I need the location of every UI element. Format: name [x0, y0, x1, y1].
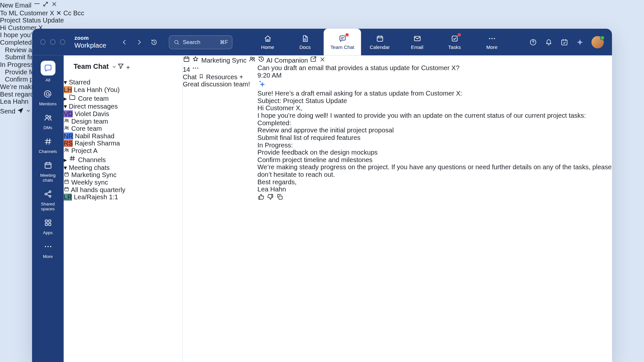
- list-item-design-team[interactable]: Design team: [64, 118, 182, 125]
- section-direct-messages[interactable]: ▾ Direct messages: [64, 102, 182, 110]
- home-icon: [264, 34, 272, 42]
- ai-history-icon[interactable]: [257, 55, 265, 63]
- close-icon[interactable]: [51, 1, 57, 8]
- thumbs-down-icon[interactable]: [267, 193, 274, 201]
- minimize-window-button[interactable]: [50, 39, 55, 45]
- send-button[interactable]: Send: [0, 108, 25, 115]
- search-icon: [173, 39, 180, 45]
- calendar-check-icon[interactable]: [560, 38, 569, 46]
- timestamp: 9:20 AM: [257, 72, 612, 79]
- list-item-violet-davis[interactable]: VD Violet Davis: [64, 110, 182, 118]
- ai-response-body: Sure! Here’s a draft email asking for a …: [257, 90, 612, 193]
- nav-home[interactable]: Home: [249, 29, 286, 55]
- meeting-chat-icon: [64, 179, 70, 186]
- rail-item-apps[interactable]: Apps: [42, 218, 53, 235]
- caret-down-icon[interactable]: ▾: [64, 79, 67, 85]
- tab-resources[interactable]: Resources: [199, 73, 239, 80]
- list-item-rajesh-sharma[interactable]: RS Rajesh Sharma: [64, 140, 182, 147]
- channel-more-icon[interactable]: [192, 64, 200, 72]
- caret-right-icon[interactable]: ▸: [64, 95, 67, 102]
- list-item-project-a[interactable]: Project A: [64, 147, 182, 155]
- section-core-team-folder[interactable]: ▸ Core team: [64, 94, 182, 103]
- new-chat-button[interactable]: +: [126, 64, 130, 71]
- message-bubble[interactable]: Great discussion team!: [183, 81, 250, 88]
- caret-down-icon[interactable]: ▾: [64, 164, 67, 171]
- email-icon: [413, 34, 421, 42]
- dms-icon: [42, 113, 53, 123]
- section-starred[interactable]: ▾ Starred: [64, 78, 182, 86]
- expand-icon[interactable]: [42, 1, 49, 8]
- list-item-lea-rajesh[interactable]: LR Lea/Rajesh 1:1: [64, 194, 182, 201]
- section-meeting-chats[interactable]: ▾ Meeting chats: [64, 164, 182, 172]
- history-button[interactable]: [148, 36, 160, 48]
- list-item-marketing-sync[interactable]: Marketing Sync: [64, 172, 182, 179]
- send-options-button[interactable]: [25, 108, 31, 115]
- tasks-icon: [450, 34, 459, 42]
- rail-item-all[interactable]: All: [40, 61, 55, 83]
- nav-team-chat[interactable]: Team Chat: [324, 29, 361, 55]
- nav-more[interactable]: More: [473, 29, 510, 55]
- thumbs-up-icon[interactable]: [257, 193, 265, 201]
- avatar: VD: [64, 110, 73, 117]
- notifications-icon[interactable]: [545, 38, 553, 46]
- ai-companion-icon[interactable]: [576, 38, 584, 46]
- chevron-down-icon[interactable]: [111, 64, 117, 70]
- recipient-row: To ML Customer X ✕ Cc Bcc: [0, 9, 644, 17]
- forward-button[interactable]: [134, 36, 145, 48]
- bcc-button[interactable]: Bcc: [73, 9, 84, 16]
- remove-recipient-icon[interactable]: ✕: [56, 9, 62, 16]
- list-item-weekly-sync[interactable]: Weekly sync: [64, 179, 182, 186]
- help-icon[interactable]: [529, 38, 537, 46]
- left-rail: All Mentions DMs Channels Meeting chats: [32, 55, 64, 362]
- fullscreen-window-button[interactable]: [60, 39, 65, 45]
- list-item-lea-hanh[interactable]: LH Lea Hanh (You): [64, 86, 182, 94]
- list-item-core-team[interactable]: Core team: [64, 125, 182, 133]
- copy-icon[interactable]: [276, 193, 283, 201]
- search-box[interactable]: ⌘F: [169, 35, 233, 49]
- to-label: To: [0, 9, 7, 16]
- caret-right-icon[interactable]: ▸: [64, 156, 67, 163]
- nav-tasks[interactable]: Tasks: [436, 29, 473, 55]
- section-channels[interactable]: ▸ Channels: [64, 155, 182, 164]
- open-external-icon[interactable]: [310, 55, 317, 63]
- meeting-chat-icon: [64, 172, 70, 178]
- chat-list-title[interactable]: Team Chat: [73, 63, 109, 71]
- star-icon[interactable]: [192, 55, 200, 63]
- filter-icon[interactable]: [117, 62, 124, 70]
- rail-item-shared-spaces[interactable]: Shared spaces: [35, 189, 61, 211]
- tab-add-button[interactable]: +: [239, 73, 243, 80]
- nav-calendar[interactable]: Calendar: [361, 29, 398, 55]
- minimize-icon[interactable]: [33, 0, 41, 8]
- zoom-workplace-window: zoom Workplace ⌘F Home Docs: [32, 29, 612, 362]
- rail-item-more[interactable]: More: [42, 241, 53, 259]
- close-window-button[interactable]: [40, 39, 45, 45]
- rail-item-meeting-chats[interactable]: Meeting chats: [35, 160, 61, 183]
- caret-down-icon[interactable]: ▾: [64, 103, 67, 110]
- channel-header: Marketing Sync 14: [183, 55, 258, 73]
- rail-item-dms[interactable]: DMs: [42, 113, 53, 130]
- mentions-icon: [42, 89, 53, 99]
- close-panel-icon[interactable]: [319, 56, 326, 63]
- list-item-all-hands[interactable]: All hands quarterly: [64, 186, 182, 194]
- chevron-right-icon: [136, 38, 143, 46]
- rail-more-icon: [42, 241, 53, 252]
- nav-docs[interactable]: Docs: [286, 29, 324, 55]
- folder-icon: [69, 95, 76, 102]
- nav-email[interactable]: Email: [398, 29, 436, 55]
- rail-item-mentions[interactable]: Mentions: [39, 89, 57, 106]
- subject-row[interactable]: Project Status Update: [0, 17, 644, 24]
- back-button[interactable]: [119, 36, 130, 48]
- ai-sparkle-icon: [257, 83, 266, 89]
- list-item-nabil-rashad[interactable]: NR Nabil Rashad: [64, 132, 182, 140]
- chat-list-header: Team Chat +: [64, 55, 182, 78]
- recipient-chip[interactable]: ML Customer X ✕: [9, 9, 63, 16]
- rail-item-channels[interactable]: Channels: [39, 136, 57, 154]
- profile-avatar[interactable]: [591, 36, 604, 48]
- search-input[interactable]: [183, 39, 217, 45]
- cc-button[interactable]: Cc: [63, 9, 72, 16]
- primary-nav: Home Docs Team Chat Calendar Email: [249, 29, 510, 55]
- tab-chat[interactable]: Chat: [183, 73, 197, 80]
- subject-field[interactable]: Project Status Update: [0, 17, 64, 24]
- topbar: zoom Workplace ⌘F Home Docs: [32, 29, 612, 55]
- meeting-chats-icon: [42, 160, 53, 171]
